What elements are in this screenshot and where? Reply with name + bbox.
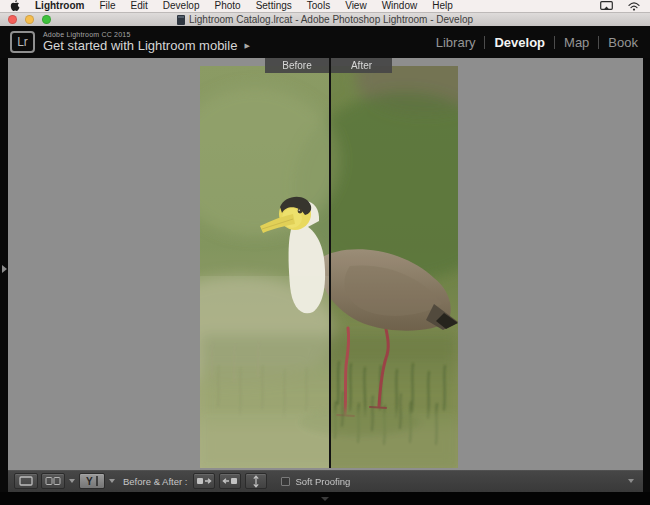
right-panel-collapsed-strip: [643, 58, 650, 470]
soft-proofing-label: Soft Proofing: [295, 476, 350, 487]
menu-lightroom[interactable]: Lightroom: [35, 0, 84, 12]
module-library[interactable]: Library: [427, 35, 485, 50]
wifi-icon[interactable]: [628, 1, 640, 11]
left-panel-collapsed-strip: [0, 58, 8, 470]
minimize-button[interactable]: [25, 15, 34, 24]
compare-icon: [45, 476, 61, 486]
window-title-bar: Lightroom Catalog.lrcat - Adobe Photosho…: [0, 13, 650, 26]
window-title-text: Lightroom Catalog.lrcat - Adobe Photosho…: [189, 13, 473, 26]
apple-menu-icon[interactable]: [10, 0, 20, 12]
menu-help[interactable]: Help: [432, 0, 453, 12]
copy-left-icon: [222, 476, 238, 486]
lightroom-logo: Lr: [10, 31, 35, 53]
mac-menu-bar: Lightroom File Edit Develop Photo Settin…: [0, 0, 650, 13]
toolbar-options-caret[interactable]: [628, 479, 634, 483]
swap-icon: [251, 475, 261, 488]
copy-right-icon: [196, 476, 212, 486]
lightroom-header: Lr Adobe Lightroom CC 2015 Get started w…: [0, 26, 650, 58]
menu-photo[interactable]: Photo: [215, 0, 241, 12]
module-develop[interactable]: Develop: [485, 35, 554, 50]
soft-proofing-checkbox[interactable]: [281, 477, 290, 486]
menu-edit[interactable]: Edit: [131, 0, 148, 12]
copy-after-to-before-button[interactable]: [219, 473, 241, 489]
view-mode-dropdown-caret[interactable]: [69, 479, 75, 483]
left-panel-toggle-arrow[interactable]: [2, 265, 7, 273]
before-after-dropdown-caret[interactable]: [109, 479, 115, 483]
develop-workspace: Before After: [0, 58, 650, 470]
menu-tools[interactable]: Tools: [307, 0, 330, 12]
window-title: Lightroom Catalog.lrcat - Adobe Photosho…: [177, 13, 473, 26]
lightroom-app-window: Lightroom File Edit Develop Photo Settin…: [0, 0, 650, 505]
develop-toolbar: Y Before & After : Soft Proofing: [8, 470, 643, 492]
lightroom-mobile-promo[interactable]: Get started with Lightroom mobile ▶: [43, 38, 250, 53]
loupe-icon: [19, 476, 33, 486]
before-label: Before: [265, 58, 329, 73]
before-after-y-icon: Y: [83, 475, 101, 487]
filmstrip-toggle-arrow[interactable]: [321, 497, 329, 501]
menu-window[interactable]: Window: [382, 0, 418, 12]
after-label: After: [331, 58, 392, 73]
swap-before-after-button[interactable]: [245, 473, 267, 489]
svg-text:Y: Y: [86, 476, 93, 487]
toolbar-row: Y Before & After : Soft Proofing: [0, 470, 650, 492]
filmstrip-collapsed-strip: [0, 492, 650, 505]
menu-settings[interactable]: Settings: [256, 0, 292, 12]
document-icon: [177, 15, 185, 25]
close-button[interactable]: [8, 15, 17, 24]
app-version-text: Adobe Lightroom CC 2015: [43, 31, 250, 38]
menu-develop[interactable]: Develop: [163, 0, 200, 12]
menu-file[interactable]: File: [99, 0, 115, 12]
before-after-label: Before & After :: [123, 476, 187, 487]
copy-before-to-after-button[interactable]: [193, 473, 215, 489]
before-after-divider: [329, 58, 331, 468]
module-book[interactable]: Book: [599, 35, 647, 50]
zoom-button[interactable]: [42, 15, 51, 24]
compare-view-button[interactable]: [41, 473, 65, 489]
menu-view[interactable]: View: [345, 0, 367, 12]
before-after-view-button[interactable]: Y: [79, 473, 105, 489]
module-map[interactable]: Map: [555, 35, 598, 50]
display-mirroring-icon[interactable]: [600, 1, 613, 11]
loupe-view-button[interactable]: [14, 473, 38, 489]
promo-text: Get started with Lightroom mobile: [43, 38, 237, 53]
promo-arrow-icon: ▶: [244, 42, 249, 50]
identity-plate: Adobe Lightroom CC 2015 Get started with…: [43, 31, 250, 53]
module-picker: Library Develop Map Book: [427, 35, 647, 50]
